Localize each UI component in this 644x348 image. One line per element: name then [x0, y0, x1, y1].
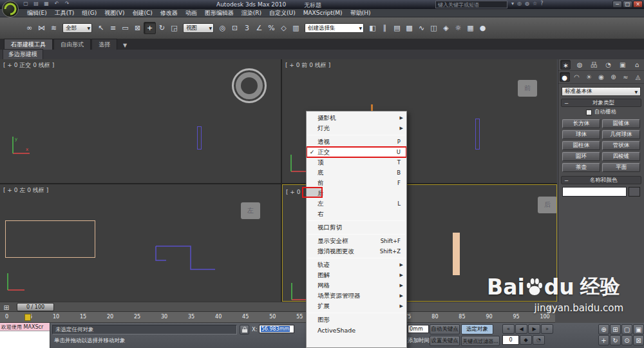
pan-icon[interactable]: +	[598, 335, 609, 345]
minimize-button[interactable]: −	[612, 1, 622, 8]
application-menu-button[interactable]	[2, 1, 19, 17]
menubar-item[interactable]: 自定义(U)	[265, 9, 299, 17]
view-cube[interactable]: 后	[538, 197, 557, 213]
schematic-view-icon[interactable]: ◫	[428, 22, 440, 34]
viewport-label[interactable]: [ + 0正交	[286, 187, 323, 198]
subtab-polygon-modeling[interactable]: 多边形建模	[3, 49, 43, 60]
utilities-tab-icon[interactable]: ⌂	[632, 60, 642, 70]
search-scope-icon[interactable]: ▾	[511, 1, 514, 6]
viewport-orthographic[interactable]: [ + 0 正交 0 线框 ] x y	[0, 59, 281, 183]
viewport-label[interactable]: [ + 0 左 0 线框 ]	[3, 186, 48, 195]
maximize-viewport-toggle-icon[interactable]: ⊠	[633, 335, 644, 345]
plane-button[interactable]: 平面	[602, 163, 640, 172]
zoom-all-icon[interactable]: ⊞	[610, 324, 621, 334]
object-color-swatch[interactable]	[629, 187, 640, 197]
reference-coordinate-dropdown[interactable]: 视图 ▼	[183, 23, 214, 33]
teapot-button[interactable]: 茶壶	[562, 163, 600, 172]
selected-key-marker[interactable]	[24, 314, 31, 321]
menubar-item[interactable]: 创建(C)	[128, 9, 156, 17]
menu-item-show-safe-frame[interactable]: 显示安全框Shift+F	[307, 236, 406, 246]
geometry-icon[interactable]: ●	[560, 72, 570, 82]
tab-freeform[interactable]: 自由形式	[53, 39, 91, 50]
menu-item-grid[interactable]: 网格▶	[307, 280, 406, 291]
menu-item-extended[interactable]: 扩展▶	[307, 301, 406, 311]
viewport-label[interactable]: [ + 0 前 0 线框 ]	[285, 61, 330, 70]
percent-snap-icon[interactable]: %	[265, 22, 278, 34]
search-icon[interactable]: ◎	[517, 1, 522, 6]
space-warps-icon[interactable]: ≈	[621, 72, 631, 82]
named-selection-set-dropdown[interactable]: 创建选择集 ▼	[305, 23, 364, 33]
select-and-scale-icon[interactable]: ◲	[168, 22, 180, 34]
torus-object[interactable]	[232, 68, 267, 103]
communication-center-icon[interactable]: ◍	[525, 1, 529, 6]
modify-tab-icon[interactable]: ◍	[574, 60, 585, 70]
viewport-left[interactable]: [ + 0 左 0 线框 ] 左	[0, 184, 281, 302]
use-pivot-center-icon[interactable]: ◎	[216, 22, 229, 34]
menubar-item[interactable]: 组(G)	[78, 9, 100, 17]
set-key-button[interactable]: 设置关键点	[430, 336, 460, 346]
menu-item-undo-view-change[interactable]: 撤消视图更改Shift+Z	[307, 246, 406, 256]
angle-snap-icon[interactable]: ∠	[253, 22, 265, 34]
maximize-button[interactable]: □	[623, 1, 632, 8]
rollout-name-and-color[interactable]: − 名称和颜色	[561, 176, 641, 184]
save-file-icon[interactable]: ▦	[43, 1, 50, 6]
spline-object[interactable]	[153, 241, 218, 273]
rollout-object-type[interactable]: − 对象类型	[561, 99, 641, 107]
primitive-type-dropdown[interactable]: 标准基本体 ▼	[562, 87, 641, 96]
zoom-extents-all-icon[interactable]: ▣	[633, 324, 644, 334]
selected-mode-dropdown[interactable]: 选定对象	[461, 324, 493, 334]
geosphere-button[interactable]: 几何球体	[602, 130, 640, 139]
selection-filter-dropdown[interactable]: 全部 ▼	[62, 23, 92, 33]
time-slider-handle[interactable]: 0 / 100	[17, 303, 54, 311]
cameras-icon[interactable]: ◉	[596, 72, 607, 82]
menu-item-left[interactable]: 左L	[307, 198, 406, 209]
mini-curve-editor-icon[interactable]: ⊞	[1, 303, 12, 313]
mirror-icon[interactable]: ◧	[366, 22, 379, 34]
view-cube[interactable]: 左	[241, 202, 260, 219]
cylinder-button[interactable]: 圆柱体	[562, 141, 600, 150]
menu-item-track[interactable]: 轨迹▶	[307, 260, 406, 270]
new-scene-icon[interactable]: ▢	[22, 1, 30, 6]
select-by-name-icon[interactable]: ≡	[107, 22, 119, 34]
menu-item-cameras[interactable]: 摄影机▶	[307, 113, 406, 123]
snap-toggle-icon[interactable]: 3	[241, 22, 253, 34]
box-object[interactable]	[5, 220, 95, 258]
menu-item-lights[interactable]: 灯光▶	[307, 123, 406, 133]
spline-object[interactable]	[475, 119, 480, 150]
select-and-link-icon[interactable]: ∞	[23, 22, 35, 34]
menubar-item[interactable]: 图形编辑器	[201, 9, 238, 17]
torus-button[interactable]: 圆环	[562, 152, 600, 161]
menubar-item[interactable]: MAXScript(M)	[299, 10, 346, 16]
menu-item-perspective[interactable]: 透视P	[307, 137, 406, 147]
menubar-item[interactable]: 修改器	[156, 9, 182, 17]
key-mode-toggle-icon[interactable]: ◆	[520, 335, 532, 345]
window-crossing-icon[interactable]: ⊠	[131, 22, 144, 34]
listener-field[interactable]	[0, 331, 50, 348]
zoom-icon[interactable]: ⊕	[598, 324, 609, 334]
viewport-label[interactable]: [ + 0 正交 0 线框 ]	[3, 61, 54, 70]
edit-named-sets-icon[interactable]: ▥	[290, 22, 302, 34]
zoom-extents-icon[interactable]: ▢	[621, 324, 632, 334]
curve-editor-icon[interactable]: ∿	[415, 22, 428, 34]
menu-item-viewport-clipping[interactable]: 视口剪切	[307, 222, 406, 233]
shapes-icon[interactable]: ◠	[572, 72, 582, 82]
helpers-icon[interactable]: ⊕	[609, 72, 619, 82]
tab-graphite-modeling[interactable]: 石墨建模工具	[4, 39, 53, 50]
align-icon[interactable]: ∥	[379, 22, 391, 34]
select-and-manipulate-icon[interactable]: ⊡	[229, 22, 241, 34]
help-icon[interactable]: ?	[540, 1, 543, 6]
menubar-item[interactable]: 动画	[182, 9, 201, 17]
time-configuration-icon[interactable]: ◔	[533, 335, 545, 345]
current-frame-field[interactable]: 0	[502, 335, 519, 345]
view-cube[interactable]: 前	[518, 80, 537, 97]
play-icon[interactable]: ▶	[528, 324, 540, 334]
render-production-icon[interactable]: ●	[477, 22, 489, 34]
spline-object[interactable]	[197, 126, 202, 150]
menubar-item[interactable]: 编辑(E)	[23, 9, 51, 17]
go-to-end-icon[interactable]: »	[541, 324, 553, 334]
sphere-button[interactable]: 球体	[562, 130, 600, 139]
object-name-field[interactable]	[562, 187, 627, 197]
orbit-icon[interactable]: ↻	[610, 335, 621, 345]
pyramid-button[interactable]: 四棱锥	[602, 152, 640, 161]
tube-button[interactable]: 管状体	[602, 141, 640, 150]
